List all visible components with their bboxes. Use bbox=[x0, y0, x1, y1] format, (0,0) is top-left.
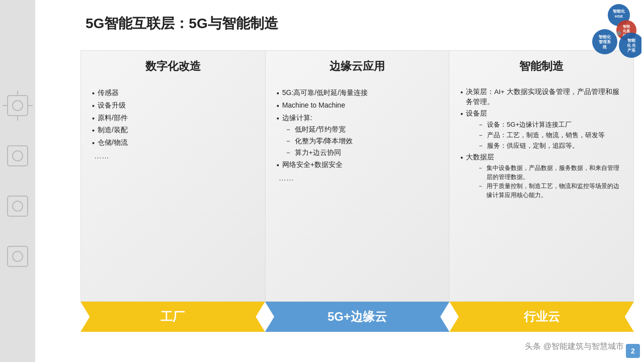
svg-point-25 bbox=[13, 201, 23, 211]
list-item: 制造/装配 bbox=[91, 124, 255, 137]
list-item: 大数据层 bbox=[459, 151, 623, 164]
list-item-sub: 化整为零/降本增效 bbox=[276, 136, 439, 147]
columns-container: 数字化改造 传感器 设备升级 原料/部件 制造/装配 仓储/物流 …… 工厂 边… bbox=[80, 50, 634, 332]
list-item: 仓储/物流 bbox=[91, 137, 255, 149]
svg-text:统: 统 bbox=[602, 44, 607, 49]
list-ellipsis: …… bbox=[91, 151, 255, 160]
list-item-sub: 产品：工艺，制造，物流，销售，研发等 bbox=[459, 130, 623, 141]
list-item-sub: 服务：供应链，定制，追踪等。 bbox=[459, 141, 623, 151]
svg-rect-26 bbox=[8, 246, 28, 266]
svg-text:化 生: 化 生 bbox=[626, 43, 636, 48]
list-item: 边缘计算: bbox=[276, 112, 439, 125]
list-item-sub: 算力+边云协同 bbox=[276, 147, 439, 159]
column-smart: 智能制造 决策层：AI+ 大数据实现设备管理，产品管理和服务管理。 设备层 设备… bbox=[449, 50, 634, 332]
main-content-area: 5G智能互联层：5G与智能制造 智能化 HSE 智能 化基 础平 智能化 管理系… bbox=[35, 0, 644, 362]
svg-point-15 bbox=[617, 31, 621, 35]
svg-point-17 bbox=[13, 101, 23, 111]
list-item: 设备升级 bbox=[91, 100, 255, 112]
list-item-sub: 低时延/节约带宽 bbox=[276, 124, 439, 136]
svg-text:智能: 智能 bbox=[622, 24, 630, 28]
svg-text:智能化: 智能化 bbox=[612, 9, 625, 14]
list-item-sub: 用于质量控制，制造工艺，物流和监控等场景的边缘计算应用核心能力。 bbox=[459, 182, 623, 200]
watermark: 头条 @智能建筑与智慧城市 bbox=[525, 341, 624, 352]
svg-point-23 bbox=[13, 151, 23, 161]
column-edge-footer: 5G+边缘云 bbox=[265, 302, 450, 332]
list-item: 网络安全+数据安全 bbox=[276, 159, 439, 171]
top-right-diagram: 智能化 HSE 智能 化基 础平 智能化 管理系 统 智能 化 生 产系 bbox=[569, 4, 639, 64]
svg-text:智能: 智能 bbox=[627, 38, 636, 43]
column-digital-content: 数字化改造 传感器 设备升级 原料/部件 制造/装配 仓储/物流 …… bbox=[80, 50, 265, 302]
svg-text:化基: 化基 bbox=[622, 29, 630, 33]
column-digital-header: 数字化改造 bbox=[91, 59, 255, 78]
column-digital-footer: 工厂 bbox=[80, 302, 265, 332]
list-item: 决策层：AI+ 大数据实现设备管理，产品管理和服务管理。 bbox=[459, 87, 623, 108]
left-decoration bbox=[0, 0, 35, 362]
column-smart-footer: 行业云 bbox=[449, 302, 634, 332]
svg-text:产系: 产系 bbox=[627, 48, 636, 53]
page-title: 5G智能互联层：5G与智能制造 bbox=[86, 14, 278, 33]
page-number: 2 bbox=[626, 344, 640, 358]
column-edge: 边缘云应用 5G:高可靠/低时延/海量连接 Machine to Machine… bbox=[265, 50, 450, 332]
svg-rect-24 bbox=[8, 196, 28, 216]
list-item: 设备层 bbox=[459, 108, 623, 120]
svg-text:智能化: 智能化 bbox=[598, 35, 611, 39]
list-item-sub: 集中设备数据，产品数据，服务数据，和来自管理层的管理数据。 bbox=[459, 163, 623, 182]
svg-rect-22 bbox=[8, 146, 28, 166]
column-digital: 数字化改造 传感器 设备升级 原料/部件 制造/装配 仓储/物流 …… 工厂 bbox=[80, 50, 265, 332]
svg-text:HSE: HSE bbox=[615, 14, 623, 19]
list-item: 原料/部件 bbox=[91, 112, 255, 125]
svg-text:管理系: 管理系 bbox=[599, 40, 611, 44]
svg-rect-16 bbox=[8, 96, 28, 116]
column-edge-header: 边缘云应用 bbox=[276, 59, 439, 78]
list-item-sub: 设备：5G+边缘计算连接工厂 bbox=[459, 120, 623, 130]
svg-point-27 bbox=[13, 251, 23, 261]
list-item: 传感器 bbox=[91, 87, 255, 100]
list-item: Machine to Machine bbox=[276, 100, 439, 112]
column-edge-content: 边缘云应用 5G:高可靠/低时延/海量连接 Machine to Machine… bbox=[265, 50, 450, 302]
list-item: 5G:高可靠/低时延/海量连接 bbox=[276, 87, 439, 100]
list-ellipsis: …… bbox=[276, 173, 439, 182]
column-smart-content: 智能制造 决策层：AI+ 大数据实现设备管理，产品管理和服务管理。 设备层 设备… bbox=[449, 50, 634, 302]
